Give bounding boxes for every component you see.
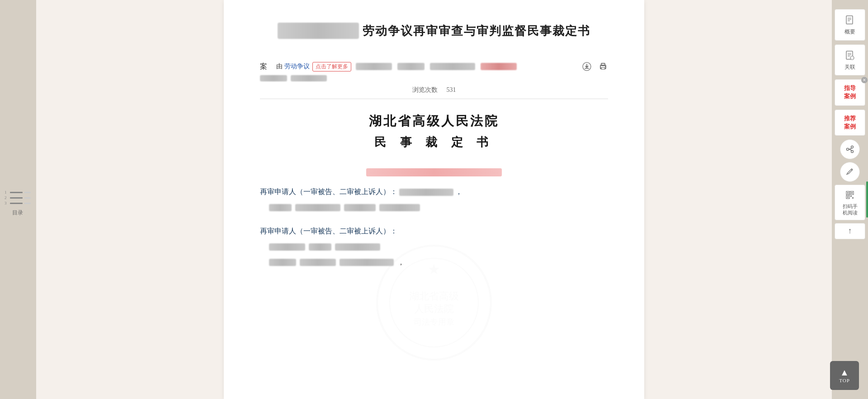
share-button[interactable]	[840, 139, 860, 159]
case-number-row	[260, 168, 608, 176]
svg-rect-29	[851, 192, 853, 194]
toc-bar-3	[10, 203, 23, 204]
case-info-row: 案 由 劳动争议 点击了解更多	[260, 62, 608, 71]
related-label: 关联	[844, 64, 855, 71]
download-icon[interactable]	[582, 62, 592, 71]
guide-case-label: 指导案例	[844, 84, 856, 100]
toc-bar-1b	[24, 192, 31, 193]
overview-label: 概要	[844, 28, 855, 36]
case-label: 案	[260, 62, 274, 71]
p1d-blur4	[379, 204, 420, 211]
scan-label: 扫码手机阅读	[843, 203, 858, 216]
toc-lines: 1 2 3	[5, 190, 31, 205]
party1-row: 再审申请人（一审被告、二审被上诉人）： ，	[260, 185, 608, 199]
p2d2-blur3	[340, 259, 394, 266]
top-button[interactable]: ▲ TOP	[830, 361, 859, 390]
case-info-blur-2	[397, 63, 425, 70]
sidebar-actions	[835, 139, 865, 182]
right-sidebar: 概要 ⋯ 关联 ✕ 指导案例	[832, 0, 868, 399]
court-watermark: 湖北省高级 人民法院 司法专用章 ★	[371, 239, 497, 366]
court-name: 湖北省高级人民法院	[260, 113, 608, 130]
party1-name	[399, 189, 453, 196]
p1d-blur3	[344, 204, 376, 211]
p1d-blur1	[269, 204, 292, 211]
toc-bar-2	[10, 197, 23, 199]
view-count-label: 浏览次数	[412, 86, 438, 94]
top-arrow-icon: ▲	[840, 368, 849, 377]
blur-2b	[291, 75, 327, 81]
case-info-blur-red	[481, 63, 517, 70]
doc-title-row: 劳动争议再审审查与审判监督民事裁定书	[260, 23, 608, 39]
svg-text:⋯: ⋯	[851, 57, 854, 60]
p2d-blur2	[309, 243, 331, 251]
overview-icon	[844, 14, 856, 27]
case-number-redacted	[366, 168, 502, 176]
title-blurred	[278, 23, 359, 39]
svg-point-23	[851, 150, 854, 152]
p1d-blur2	[295, 204, 340, 211]
p2d2-blur2	[300, 259, 336, 266]
svg-text:司法专用章: 司法专用章	[414, 318, 454, 327]
related-icon: ⋯	[844, 49, 856, 62]
scan-icon	[844, 189, 856, 201]
party2-row: 再审申请人（一审被告、二审被上诉人）：	[260, 225, 608, 238]
view-count-row: 浏览次数 531	[260, 86, 608, 94]
svg-rect-31	[850, 195, 852, 197]
doc-area: 劳动争议再审审查与审判监督民事裁定书 案 由 劳动争议 点击了解更多	[36, 0, 832, 399]
svg-rect-32	[852, 197, 854, 199]
toc-line-3: 3	[5, 201, 31, 205]
toc-bar-3b	[24, 203, 31, 204]
print-icon[interactable]	[598, 62, 608, 71]
scroll-indicator	[866, 181, 868, 218]
toc-bar-1	[10, 192, 23, 193]
top-button-label: TOP	[839, 378, 850, 383]
toc-label: 目录	[12, 209, 23, 217]
p2d2-blur1	[269, 259, 296, 266]
party1-details	[260, 204, 608, 216]
doc-title-text: 劳动争议再审审查与审判监督民事裁定书	[363, 23, 590, 39]
p2d-blur3	[335, 243, 380, 251]
scroll-up-button[interactable]: ↑	[835, 223, 865, 239]
sidebar-related[interactable]: ⋯ 关联	[835, 44, 865, 76]
left-area: 1 2 3 目录	[0, 0, 36, 399]
toc-sidebar[interactable]: 1 2 3 目录	[5, 190, 31, 217]
case-by-label: 由	[276, 62, 283, 71]
page-wrapper: 1 2 3 目录	[0, 0, 868, 399]
doc-content: 湖北省高级 人民法院 司法专用章 ★ 湖北省高级人民法院 民 事 裁 定 书 再…	[260, 113, 608, 272]
view-count-value: 531	[447, 86, 456, 94]
svg-text:湖北省高级: 湖北省高级	[409, 290, 459, 302]
action-icons	[582, 62, 608, 71]
case-info-blur-3	[430, 63, 475, 70]
sidebar-recommend-case[interactable]: 推荐案例	[835, 109, 865, 136]
svg-rect-28	[847, 192, 849, 194]
toc-line-1: 1	[5, 190, 31, 195]
svg-rect-12	[846, 16, 853, 24]
svg-rect-30	[847, 196, 849, 198]
sidebar-scan[interactable]: 扫码手机阅读	[835, 185, 865, 220]
toc-line-2: 2	[5, 195, 31, 200]
learn-more-badge[interactable]: 点击了解更多	[312, 62, 351, 71]
sidebar-guide-case[interactable]: ✕ 指导案例	[835, 79, 865, 105]
party2-label: 再审申请人（一审被告、二审被上诉人）：	[260, 227, 397, 235]
close-icon[interactable]: ✕	[861, 77, 868, 83]
arrow-up-icon: ↑	[848, 226, 852, 236]
svg-text:★: ★	[428, 262, 440, 277]
svg-text:人民法院: 人民法院	[414, 303, 454, 314]
blur-2a	[260, 75, 287, 81]
edit-button[interactable]	[840, 162, 860, 182]
toc-bar-2b	[24, 197, 31, 199]
doc-paper: 劳动争议再审审查与审判监督民事裁定书 案 由 劳动争议 点击了解更多	[224, 0, 644, 399]
svg-point-5	[605, 66, 606, 67]
case-info-blur-1	[356, 63, 392, 70]
svg-point-24	[847, 148, 849, 150]
party1-label: 再审申请人（一审被告、二审被上诉人）：	[260, 188, 397, 195]
p2d-blur1	[269, 243, 305, 251]
svg-point-22	[851, 146, 854, 148]
recommend-case-label: 推荐案例	[844, 114, 856, 131]
case-type-link[interactable]: 劳动争议	[284, 62, 310, 71]
svg-rect-4	[601, 67, 605, 69]
doc-type: 民 事 裁 定 书	[260, 134, 608, 150]
sidebar-overview[interactable]: 概要	[835, 9, 865, 41]
case-row-2	[260, 75, 608, 81]
divider	[260, 99, 608, 99]
